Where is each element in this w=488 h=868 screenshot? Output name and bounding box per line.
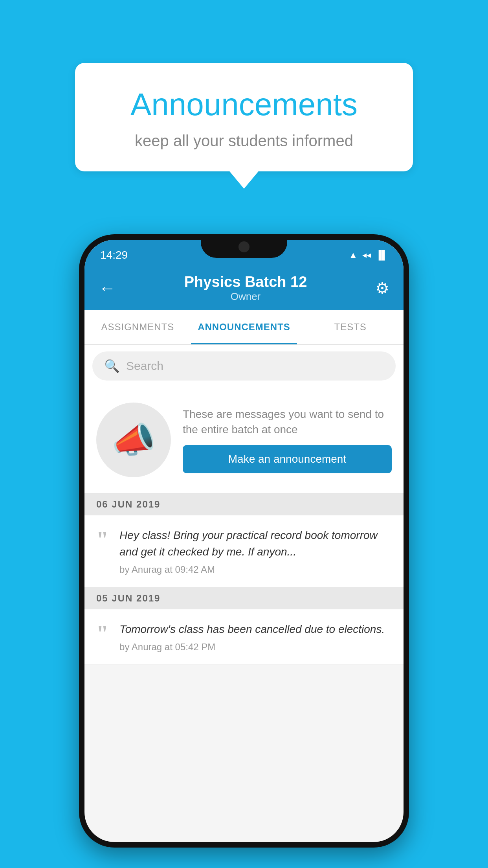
wifi-icon: ▲ [349,250,358,260]
tab-tests[interactable]: TESTS [297,310,404,344]
announcement-text-1: Hey class! Bring your practical record b… [119,527,392,560]
quote-icon-2: " [96,623,108,645]
phone-mockup: 14:29 ▲ ◂◂ ▐▌ ← Physics Batch 12 Owner ⚙ [79,234,409,848]
phone-body: 14:29 ▲ ◂◂ ▐▌ ← Physics Batch 12 Owner ⚙ [79,234,409,848]
app-bar: ← Physics Batch 12 Owner ⚙ [84,267,404,310]
settings-icon[interactable]: ⚙ [375,279,389,297]
signal-icon: ◂◂ [362,250,371,260]
front-camera [238,241,250,252]
status-icons: ▲ ◂◂ ▐▌ [349,250,388,260]
announcement-content-1: Hey class! Bring your practical record b… [119,527,392,575]
search-bar[interactable]: 🔍 Search [92,351,396,381]
announcements-card: Announcements keep all your students inf… [75,63,413,171]
phone-screen: 14:29 ▲ ◂◂ ▐▌ ← Physics Batch 12 Owner ⚙ [84,240,404,842]
date-separator-1: 06 JUN 2019 [84,493,404,515]
announcement-meta-1: by Anurag at 09:42 AM [119,564,392,575]
announcement-content-2: Tomorrow's class has been cancelled due … [119,621,385,653]
promo-description: These are messages you want to send to t… [183,406,392,437]
tabs-bar: ASSIGNMENTS ANNOUNCEMENTS TESTS [84,310,404,345]
search-placeholder: Search [126,359,163,373]
tab-announcements[interactable]: ANNOUNCEMENTS [191,310,297,344]
app-bar-title-group: Physics Batch 12 Owner [184,274,307,303]
back-button[interactable]: ← [99,278,116,298]
tab-assignments[interactable]: ASSIGNMENTS [84,310,191,344]
announcement-item-1[interactable]: " Hey class! Bring your practical record… [84,515,404,587]
phone-notch [201,234,287,258]
announcement-meta-2: by Anurag at 05:42 PM [119,642,385,653]
quote-icon-1: " [96,529,108,551]
search-container: 🔍 Search [84,345,404,387]
promo-content: These are messages you want to send to t… [183,406,392,473]
make-announcement-button[interactable]: Make an announcement [183,445,392,473]
promo-section: 📣 These are messages you want to send to… [84,387,404,493]
search-icon: 🔍 [104,359,120,373]
battery-icon: ▐▌ [376,250,388,260]
card-subtitle: keep all your students informed [103,132,385,150]
role-subtitle: Owner [184,291,307,303]
announcement-icon-circle: 📣 [96,403,171,477]
card-title: Announcements [103,86,385,123]
status-time: 14:29 [100,249,128,261]
announcement-item-2[interactable]: " Tomorrow's class has been cancelled du… [84,609,404,665]
date-separator-2: 05 JUN 2019 [84,587,404,609]
announcement-text-2: Tomorrow's class has been cancelled due … [119,621,385,638]
batch-title: Physics Batch 12 [184,274,307,291]
megaphone-icon: 📣 [112,419,156,461]
